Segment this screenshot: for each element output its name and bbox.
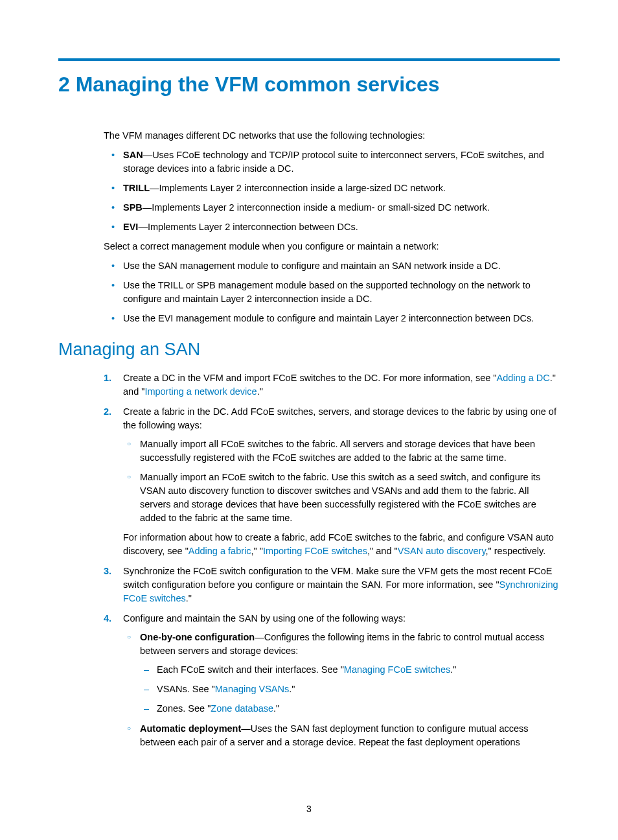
page-number: 3	[0, 804, 618, 814]
dash-list: Each FCoE switch and their interfaces. S…	[140, 663, 560, 716]
tech-name: TRILL	[123, 183, 150, 193]
text: Configure and maintain the SAN by using …	[123, 613, 406, 624]
text: ."	[450, 664, 456, 675]
text: ."	[273, 703, 279, 714]
steps-list: Create a DC in the VFM and import FCoE s…	[104, 371, 560, 749]
link-managing-fcoe-switches[interactable]: Managing FCoE switches	[344, 664, 450, 675]
text: Create a DC in the VFM and import FCoE s…	[123, 373, 497, 383]
step-item: Create a fabric in the DC. Add FCoE swit…	[104, 405, 560, 558]
text: ."	[289, 684, 295, 694]
link-adding-dc[interactable]: Adding a DC	[497, 373, 550, 383]
link-zone-database[interactable]: Zone database	[211, 703, 273, 714]
list-item: SPB—Implements Layer 2 interconnection i…	[104, 201, 560, 215]
text: ."	[186, 593, 192, 603]
text: Zones. See "	[157, 703, 211, 714]
intro-paragraph: The VFM manages different DC networks th…	[104, 129, 560, 143]
link-managing-vsans[interactable]: Managing VSANs	[215, 684, 289, 694]
san-content: Create a DC in the VFM and import FCoE s…	[104, 371, 560, 749]
list-item: SAN—Uses FCoE technology and TCP/IP prot…	[104, 148, 560, 176]
step-item: Configure and maintain the SAN by using …	[104, 612, 560, 749]
text: ."	[257, 386, 263, 397]
info-paragraph: For information about how to create a fa…	[123, 531, 560, 558]
text: VSANs. See "	[157, 684, 215, 694]
config-name: One-by-one configuration	[140, 632, 255, 642]
list-item: Automatic deployment—Uses the SAN fast d…	[123, 722, 560, 749]
tech-list: SAN—Uses FCoE technology and TCP/IP prot…	[104, 148, 560, 234]
list-item: EVI—Implements Layer 2 interconnection b…	[104, 220, 560, 234]
tech-desc: —Uses FCoE technology and TCP/IP protoco…	[123, 150, 544, 174]
page: 2 Managing the VFM common services The V…	[0, 0, 618, 840]
text: ," "	[251, 546, 263, 556]
link-adding-fabric[interactable]: Adding a fabric	[189, 546, 251, 556]
list-item: Use the EVI management module to configu…	[104, 312, 560, 325]
step-item: Create a DC in the VFM and import FCoE s…	[104, 371, 560, 399]
tech-desc: —Implements Layer 2 interconnection insi…	[150, 183, 446, 193]
heading-2: Managing an SAN	[58, 340, 560, 360]
sub-list: One-by-one configuration—Configures the …	[123, 631, 560, 749]
list-item: Manually import an FCoE switch to the fa…	[123, 471, 560, 525]
list-item: Use the SAN management module to configu…	[104, 259, 560, 273]
tech-desc: —Implements Layer 2 interconnection insi…	[143, 202, 490, 213]
select-list: Use the SAN management module to configu…	[104, 259, 560, 325]
select-paragraph: Select a correct management module when …	[104, 240, 560, 253]
link-importing-network-device[interactable]: Importing a network device	[144, 386, 257, 397]
link-vsan-auto-discovery[interactable]: VSAN auto discovery	[398, 546, 486, 556]
sub-list: Manually import all FCoE switches to the…	[123, 438, 560, 525]
tech-name: EVI	[123, 222, 138, 232]
body-content: The VFM manages different DC networks th…	[104, 129, 560, 325]
text: ," respectively.	[486, 546, 546, 556]
heading-1: 2 Managing the VFM common services	[58, 73, 560, 97]
text: Synchronize the FCoE switch configuratio…	[123, 566, 552, 590]
step-item: Synchronize the FCoE switch configuratio…	[104, 565, 560, 605]
list-item: TRILL—Implements Layer 2 interconnection…	[104, 181, 560, 195]
tech-name: SAN	[123, 150, 143, 160]
text: Create a fabric in the DC. Add FCoE swit…	[123, 406, 556, 430]
link-importing-fcoe-switches[interactable]: Importing FCoE switches	[263, 546, 367, 556]
list-item: Zones. See "Zone database."	[140, 702, 560, 716]
list-item: Each FCoE switch and their interfaces. S…	[140, 663, 560, 677]
list-item: Manually import all FCoE switches to the…	[123, 438, 560, 465]
config-name: Automatic deployment	[140, 723, 241, 734]
top-rule	[58, 58, 560, 61]
text: ," and "	[367, 546, 398, 556]
tech-name: SPB	[123, 202, 143, 213]
list-item: VSANs. See "Managing VSANs."	[140, 682, 560, 696]
list-item: One-by-one configuration—Configures the …	[123, 631, 560, 716]
tech-desc: —Implements Layer 2 interconnection betw…	[138, 222, 358, 232]
list-item: Use the TRILL or SPB management module b…	[104, 279, 560, 306]
text: Each FCoE switch and their interfaces. S…	[157, 664, 344, 675]
